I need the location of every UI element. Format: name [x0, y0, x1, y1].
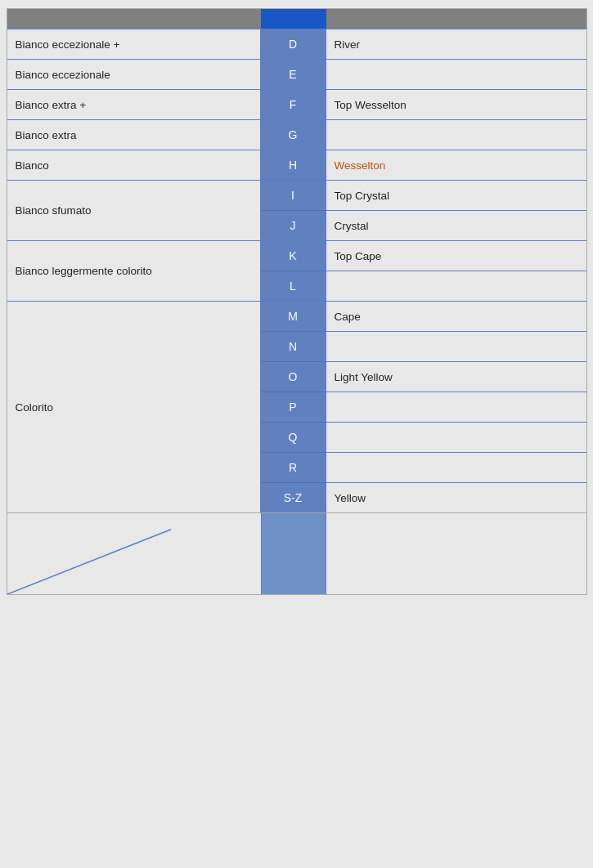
idc-cell-5: Bianco sfumato: [7, 181, 261, 240]
old-term-cell-0-0: River: [326, 29, 586, 59]
gia-cell-0-0: D: [261, 29, 326, 59]
old-term-cell-7-0: Cape: [326, 302, 586, 332]
gia-group-1: E: [261, 60, 326, 89]
idc-cell-0: Bianco eccezionale +: [7, 29, 261, 59]
row-group-6: Bianco leggermente coloritoKLTop Cape: [7, 240, 586, 301]
old-term-cell-2-0: Top Wesselton: [326, 90, 586, 119]
row-group-7: ColoritoMNOPQRS-ZCapeLight YellowYellow: [7, 301, 586, 512]
old-terms-group-6: Top Cape: [326, 241, 586, 301]
old-term-cell-7-4: [326, 423, 586, 453]
header-old-terms: [326, 9, 586, 29]
gia-cell-7-3: P: [261, 392, 326, 423]
gia-group-7: MNOPQRS-Z: [261, 302, 326, 512]
bottom-gia-cell: [261, 513, 326, 594]
gia-group-0: D: [261, 29, 326, 59]
gia-cell-7-2: O: [261, 362, 326, 392]
bottom-old-cell: [326, 513, 586, 594]
row-group-1: Bianco eccezionaleE: [7, 59, 586, 89]
old-term-cell-7-1: [326, 332, 586, 362]
old-terms-group-4: Wesselton: [326, 150, 586, 180]
gia-group-6: KL: [261, 241, 326, 301]
gia-cell-7-4: Q: [261, 423, 326, 453]
gia-cell-5-1: J: [261, 211, 326, 240]
svg-line-0: [7, 530, 171, 594]
idc-cell-2: Bianco extra +: [7, 90, 261, 119]
gia-cell-1-0: E: [261, 60, 326, 89]
gia-group-5: IJ: [261, 181, 326, 240]
idc-cell-6: Bianco leggermente colorito: [7, 241, 261, 301]
gia-cell-7-5: R: [261, 453, 326, 483]
diamond-colour-table: Bianco eccezionale +DRiverBianco eccezio…: [7, 8, 587, 595]
gia-cell-7-6: S-Z: [261, 483, 326, 512]
old-terms-group-1: [326, 60, 586, 89]
gia-group-3: G: [261, 120, 326, 150]
old-term-cell-5-0: Top Crystal: [326, 181, 586, 211]
table-body: Bianco eccezionale +DRiverBianco eccezio…: [7, 29, 586, 512]
old-term-cell-7-6: Yellow: [326, 483, 586, 512]
old-term-cell-3-0: [326, 120, 586, 150]
header-idc: [7, 9, 261, 29]
old-term-cell-7-2: Light Yellow: [326, 362, 586, 392]
idc-cell-7: Colorito: [7, 302, 261, 512]
idc-cell-3: Bianco extra: [7, 120, 261, 150]
gia-cell-7-1: N: [261, 332, 326, 362]
bottom-idc-cell: [7, 513, 261, 594]
header-gia: [261, 9, 326, 29]
idc-cell-4: Bianco: [7, 150, 261, 180]
table-header: [7, 9, 586, 29]
old-term-cell-7-5: [326, 453, 586, 483]
row-group-5: Bianco sfumatoIJTop CrystalCrystal: [7, 180, 586, 240]
old-term-cell-4-0: Wesselton: [326, 150, 586, 180]
idc-cell-1: Bianco eccezionale: [7, 60, 261, 89]
bottom-area: [7, 512, 586, 594]
old-terms-group-3: [326, 120, 586, 150]
row-group-3: Bianco extraG: [7, 119, 586, 150]
old-terms-group-7: CapeLight YellowYellow: [326, 302, 586, 512]
gia-cell-5-0: I: [261, 181, 326, 211]
old-term-cell-6-0: Top Cape: [326, 241, 586, 271]
gia-group-4: H: [261, 150, 326, 180]
gia-cell-4-0: H: [261, 150, 326, 180]
old-term-cell-5-1: Crystal: [326, 211, 586, 240]
old-terms-group-5: Top CrystalCrystal: [326, 181, 586, 240]
gia-cell-2-0: F: [261, 90, 326, 119]
gia-cell-6-1: L: [261, 271, 326, 301]
old-term-cell-7-3: [326, 392, 586, 423]
gia-cell-7-0: M: [261, 302, 326, 332]
row-group-4: BiancoHWesselton: [7, 150, 586, 180]
row-group-2: Bianco extra +FTop Wesselton: [7, 89, 586, 119]
diagonal-decoration: [7, 513, 261, 594]
old-term-cell-6-1: [326, 271, 586, 301]
gia-cell-6-0: K: [261, 241, 326, 271]
row-group-0: Bianco eccezionale +DRiver: [7, 29, 586, 59]
old-term-cell-1-0: [326, 60, 586, 89]
gia-group-2: F: [261, 90, 326, 119]
gia-cell-3-0: G: [261, 120, 326, 150]
old-terms-group-0: River: [326, 29, 586, 59]
old-terms-group-2: Top Wesselton: [326, 90, 586, 119]
